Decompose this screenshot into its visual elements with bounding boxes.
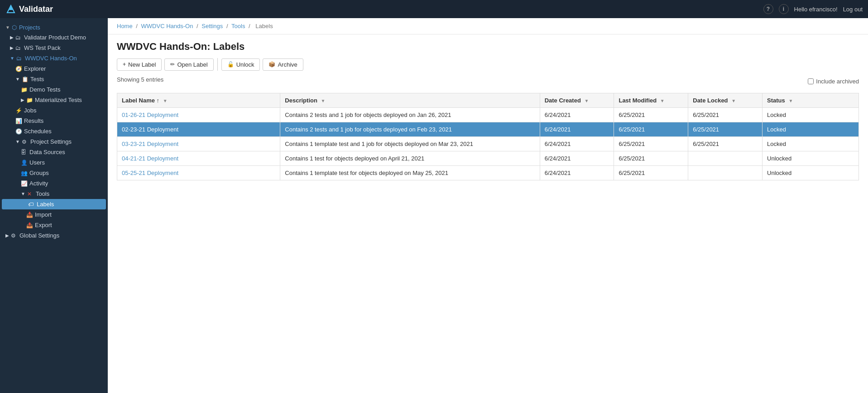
table-row[interactable]: 03-23-21 DeploymentContains 1 template t…: [117, 137, 859, 151]
col-header-desc[interactable]: Description ▼: [280, 93, 540, 108]
col-created-label: Date Created: [545, 97, 581, 104]
sidebar-item-ws-test-pack[interactable]: ▶ 🗂 WS Test Pack: [0, 43, 108, 53]
cell-desc: Contains 2 tests and 1 job for objects d…: [280, 122, 540, 137]
col-header-locked[interactable]: Date Locked ▼: [688, 93, 762, 108]
demo-tests-icon: 📁: [21, 87, 27, 93]
table-header-row: Label Name ↑ ▼ Description ▼ Date Create…: [117, 93, 859, 108]
sidebar-item-labels[interactable]: 🏷 Labels: [2, 199, 106, 209]
sidebar-item-import[interactable]: 📥 Import: [0, 209, 108, 220]
ws-label: WS Test Pack: [24, 44, 61, 51]
settings-icon: ⚙: [22, 139, 28, 145]
label-link[interactable]: 03-23-21 Deployment: [122, 141, 178, 147]
sidebar-item-wwdvc[interactable]: ▼ 🗂 WWDVC Hands-On: [0, 53, 108, 63]
cell-created: 6/24/2021: [540, 151, 614, 166]
sidebar-item-project-settings[interactable]: ▼ ⚙ Project Settings: [0, 136, 108, 147]
breadcrumb-labels: Labels: [255, 23, 273, 29]
sidebar-item-tests[interactable]: ▼ 📋 Tests: [0, 74, 108, 84]
logout-link[interactable]: Log out: [843, 6, 863, 13]
tools-icon: ✕: [27, 191, 34, 197]
cell-status: Locked: [762, 108, 859, 122]
groups-icon: 👥: [21, 170, 27, 176]
sidebar-item-jobs[interactable]: ⚡ Jobs: [0, 105, 108, 116]
tools-label: Tools: [36, 190, 49, 197]
mat-expand-icon: ▶: [21, 97, 24, 102]
new-label-button[interactable]: + New Label: [117, 58, 162, 71]
col-header-modified[interactable]: Last Modified ▼: [614, 93, 688, 108]
sidebar-item-validatar-product-demo[interactable]: ▶ 🗂 Validatar Product Demo: [0, 32, 108, 43]
sidebar-item-activity[interactable]: 📈 Activity: [0, 178, 108, 189]
cell-locked: [688, 151, 762, 166]
cell-modified: 6/25/2021: [614, 166, 688, 180]
sidebar-item-explorer[interactable]: 🧭 Explorer: [0, 63, 108, 74]
sidebar-item-users[interactable]: 👤 Users: [0, 157, 108, 168]
cell-locked: 6/25/2021: [688, 137, 762, 151]
tests-label: Tests: [30, 76, 44, 82]
cell-created: 6/24/2021: [540, 108, 614, 122]
sidebar-item-export[interactable]: 📤 Export: [0, 220, 108, 230]
new-label-text: New Label: [128, 61, 156, 68]
unlock-button[interactable]: 🔓 Unlock: [221, 58, 260, 71]
export-label: Export: [35, 222, 52, 228]
label-link[interactable]: 01-26-21 Deployment: [122, 112, 178, 118]
compass-icon: 🧭: [15, 66, 22, 72]
datasources-icon: 🗄: [21, 149, 27, 155]
table-row[interactable]: 01-26-21 DeploymentContains 2 tests and …: [117, 108, 859, 122]
breadcrumb-tools[interactable]: Tools: [231, 23, 245, 29]
vp-expand-icon: ▶: [10, 35, 14, 40]
projects-icon: ⬡: [12, 24, 17, 31]
folder-icon: 🗂: [15, 34, 22, 41]
cell-locked: 6/25/2021: [688, 122, 762, 137]
include-archived-label[interactable]: Include archived: [808, 78, 859, 85]
toolbar: + New Label ✏ Open Label 🔓 Unlock 📦 Arch…: [117, 58, 859, 71]
page-title: WWDVC Hands-On: Labels: [117, 41, 859, 53]
users-icon: 👤: [21, 160, 27, 166]
open-label-button[interactable]: ✏ Open Label: [164, 58, 213, 71]
cell-desc: Contains 2 tests and 1 job for objects d…: [280, 108, 540, 122]
help-button[interactable]: ?: [763, 4, 773, 14]
sidebar-item-global-settings[interactable]: ▶ ⚙ Global Settings: [0, 230, 108, 241]
tests-expand-icon: ▼: [15, 77, 20, 82]
cell-status: Unlocked: [762, 166, 859, 180]
sort-icon-locked: ▼: [731, 98, 736, 103]
sidebar-item-groups[interactable]: 👥 Groups: [0, 168, 108, 178]
breadcrumb-home[interactable]: Home: [117, 23, 133, 29]
groups-label: Groups: [29, 170, 49, 176]
explorer-label: Explorer: [24, 65, 46, 72]
label-link[interactable]: 05-25-21 Deployment: [122, 170, 178, 176]
folder-icon2: 🗂: [15, 45, 22, 51]
col-header-created[interactable]: Date Created ▼: [540, 93, 614, 108]
breadcrumb-settings[interactable]: Settings: [201, 23, 223, 29]
include-archived-checkbox[interactable]: [808, 78, 814, 84]
labels-table: Label Name ↑ ▼ Description ▼ Date Create…: [117, 93, 859, 180]
results-label: Results: [24, 117, 43, 124]
sidebar-item-schedules[interactable]: 🕐 Schedules: [0, 126, 108, 136]
sidebar-item-data-sources[interactable]: 🗄 Data Sources: [0, 147, 108, 157]
info-button[interactable]: i: [779, 4, 789, 14]
table-meta-row: Showing 5 entries Include archived: [117, 76, 859, 87]
label-link[interactable]: 02-23-21 Deployment: [122, 126, 178, 133]
sidebar-item-tools[interactable]: ▼ ✕ Tools: [0, 189, 108, 199]
labels-icon: 🏷: [28, 201, 34, 208]
wwdvc-expand-icon: ▼: [10, 56, 14, 61]
sidebar-item-projects[interactable]: ▼ ⬡ Projects: [0, 22, 108, 32]
table-row[interactable]: 02-23-21 DeploymentContains 2 tests and …: [117, 122, 859, 137]
cell-created: 6/24/2021: [540, 166, 614, 180]
table-row[interactable]: 04-21-21 DeploymentContains 1 test for o…: [117, 151, 859, 166]
brand-icon: [5, 4, 16, 15]
export-icon: 📤: [26, 222, 33, 228]
breadcrumb-wwdvc[interactable]: WWDVC Hands-On: [141, 23, 193, 29]
sidebar-item-materialized-tests[interactable]: ▶ 📁 Materialized Tests: [0, 95, 108, 105]
label-link[interactable]: 04-21-21 Deployment: [122, 155, 178, 162]
col-header-name[interactable]: Label Name ↑ ▼: [117, 93, 280, 108]
sidebar-item-results[interactable]: 📊 Results: [0, 116, 108, 126]
ws-expand-icon: ▶: [10, 45, 14, 50]
jobs-icon: ⚡: [15, 107, 22, 114]
cell-name: 02-23-21 Deployment: [117, 122, 280, 137]
archive-button[interactable]: 📦 Archive: [263, 58, 303, 71]
table-row[interactable]: 05-25-21 DeploymentContains 1 template t…: [117, 166, 859, 180]
col-header-status[interactable]: Status ▼: [762, 93, 859, 108]
vp-label: Validatar Product Demo: [24, 34, 86, 41]
activity-icon: 📈: [21, 180, 27, 187]
project-settings-label: Project Settings: [30, 138, 72, 145]
sidebar-item-demo-tests[interactable]: 📁 Demo Tests: [0, 84, 108, 95]
